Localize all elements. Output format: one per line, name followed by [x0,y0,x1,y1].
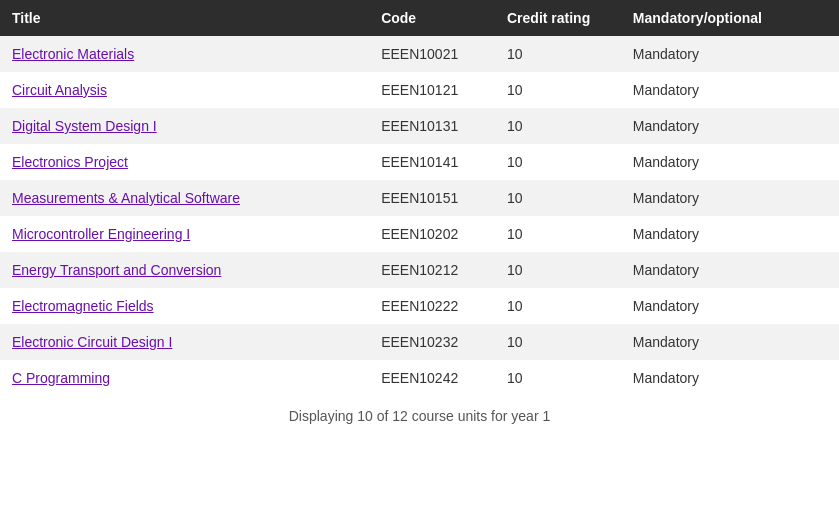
course-title-link[interactable]: Energy Transport and Conversion [12,262,221,278]
course-code-cell: EEEN10212 [369,252,495,288]
table-row: Microcontroller Engineering IEEEN1020210… [0,216,839,252]
course-title-link[interactable]: Microcontroller Engineering I [12,226,190,242]
course-title-cell: Electronics Project [0,144,369,180]
credit-rating-cell: 10 [495,180,621,216]
header-mandatory: Mandatory/optional [621,0,839,36]
table-row: Digital System Design IEEEN1013110Mandat… [0,108,839,144]
header-code: Code [369,0,495,36]
table-row: Electronic MaterialsEEEN1002110Mandatory [0,36,839,72]
course-code-cell: EEEN10151 [369,180,495,216]
course-code-cell: EEEN10131 [369,108,495,144]
header-title: Title [0,0,369,36]
course-title-cell: Electronic Circuit Design I [0,324,369,360]
credit-rating-cell: 10 [495,72,621,108]
course-title-cell: Measurements & Analytical Software [0,180,369,216]
table-row: Circuit AnalysisEEEN1012110Mandatory [0,72,839,108]
mandatory-optional-cell: Mandatory [621,180,839,216]
table-row: Measurements & Analytical SoftwareEEEN10… [0,180,839,216]
mandatory-optional-cell: Mandatory [621,144,839,180]
mandatory-optional-cell: Mandatory [621,288,839,324]
mandatory-optional-cell: Mandatory [621,216,839,252]
course-title-cell: Circuit Analysis [0,72,369,108]
course-title-cell: Microcontroller Engineering I [0,216,369,252]
credit-rating-cell: 10 [495,108,621,144]
credit-rating-cell: 10 [495,360,621,396]
course-code-cell: EEEN10121 [369,72,495,108]
course-title-link[interactable]: Measurements & Analytical Software [12,190,240,206]
credit-rating-cell: 10 [495,324,621,360]
course-title-cell: Electromagnetic Fields [0,288,369,324]
table-row: Electromagnetic FieldsEEEN1022210Mandato… [0,288,839,324]
table-row: C ProgrammingEEEN1024210Mandatory [0,360,839,396]
course-code-cell: EEEN10141 [369,144,495,180]
course-code-cell: EEEN10021 [369,36,495,72]
mandatory-optional-cell: Mandatory [621,324,839,360]
course-title-link[interactable]: Electronic Circuit Design I [12,334,172,350]
course-title-link[interactable]: C Programming [12,370,110,386]
course-title-link[interactable]: Electronic Materials [12,46,134,62]
mandatory-optional-cell: Mandatory [621,108,839,144]
course-title-cell: Energy Transport and Conversion [0,252,369,288]
course-code-cell: EEEN10242 [369,360,495,396]
mandatory-optional-cell: Mandatory [621,36,839,72]
header-credit: Credit rating [495,0,621,36]
course-title-cell: Electronic Materials [0,36,369,72]
credit-rating-cell: 10 [495,36,621,72]
course-code-cell: EEEN10232 [369,324,495,360]
course-table: Title Code Credit rating Mandatory/optio… [0,0,839,396]
table-row: Electronic Circuit Design IEEEN1023210Ma… [0,324,839,360]
course-title-link[interactable]: Digital System Design I [12,118,157,134]
course-title-cell: Digital System Design I [0,108,369,144]
course-title-link[interactable]: Electromagnetic Fields [12,298,154,314]
table-footer: Displaying 10 of 12 course units for yea… [0,396,839,436]
course-code-cell: EEEN10222 [369,288,495,324]
table-row: Electronics ProjectEEEN1014110Mandatory [0,144,839,180]
mandatory-optional-cell: Mandatory [621,252,839,288]
mandatory-optional-cell: Mandatory [621,360,839,396]
mandatory-optional-cell: Mandatory [621,72,839,108]
credit-rating-cell: 10 [495,252,621,288]
course-title-link[interactable]: Circuit Analysis [12,82,107,98]
credit-rating-cell: 10 [495,216,621,252]
table-header-row: Title Code Credit rating Mandatory/optio… [0,0,839,36]
course-title-cell: C Programming [0,360,369,396]
table-row: Energy Transport and ConversionEEEN10212… [0,252,839,288]
course-title-link[interactable]: Electronics Project [12,154,128,170]
course-code-cell: EEEN10202 [369,216,495,252]
credit-rating-cell: 10 [495,144,621,180]
credit-rating-cell: 10 [495,288,621,324]
